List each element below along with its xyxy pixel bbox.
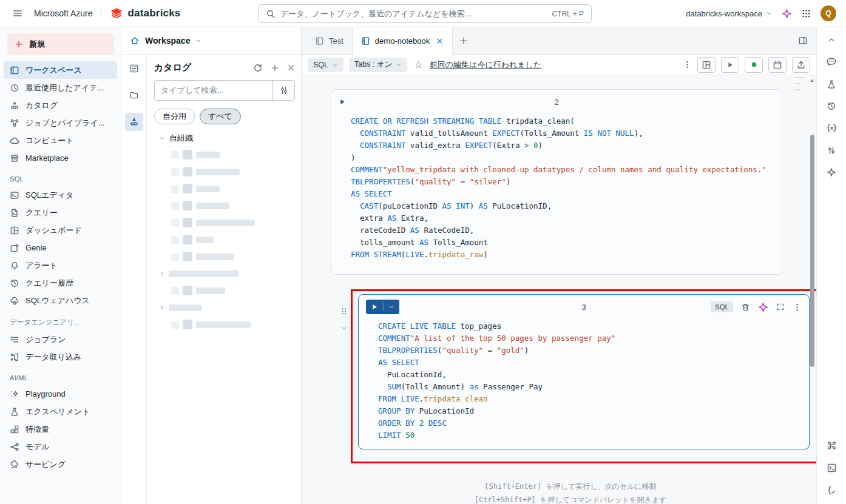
run-cell-button[interactable] (366, 300, 399, 314)
catalog-pill[interactable]: 自分用 (154, 109, 195, 124)
catalog-tree-root[interactable]: 自組織 (154, 133, 295, 144)
sidebar-item-dashboard[interactable]: ダッシュボード (4, 221, 117, 239)
drag-handle-icon[interactable] (340, 307, 348, 315)
catalog-tree-item-redacted[interactable] (154, 248, 295, 265)
sidebar-item-ingest[interactable]: データ取り込み (4, 348, 117, 366)
sidebar-item-warehouse[interactable]: SQLウェアハウス (4, 292, 117, 309)
comments-icon[interactable] (826, 56, 837, 67)
catalog-tree-item-redacted[interactable] (154, 299, 295, 316)
dashboard-icon (10, 226, 19, 235)
tabs-toggle[interactable]: Tabs : オン (349, 58, 407, 72)
catalog-tree-item-redacted[interactable] (154, 146, 295, 163)
sidebar-item-playground[interactable]: Playground (4, 385, 117, 403)
new-tab-button[interactable] (453, 27, 475, 54)
collapse-rail-icon[interactable] (827, 36, 836, 44)
run-cell-icon[interactable] (339, 98, 346, 106)
chevron-down-icon (159, 135, 165, 141)
add-icon[interactable] (271, 63, 279, 73)
notebook-cell-3[interactable]: 3 SQL CREATE LIVE TABLE top_pagesCOMMENT… (358, 294, 810, 449)
catalog-pill[interactable]: すべて (200, 109, 241, 124)
collapse-cell-icon[interactable] (340, 325, 348, 331)
sidebar-item-bell[interactable]: アラート (4, 257, 117, 274)
catalog-tree-item-redacted[interactable] (154, 316, 295, 333)
global-search[interactable]: データ、ノートブック、最近のアイテムなどを検索... CTRL + P (258, 4, 592, 23)
sidebar-item-flask[interactable]: エクスペリメント (4, 403, 117, 420)
cell-menu-icon[interactable] (793, 303, 802, 312)
sidebar-item-genie[interactable]: Genie (4, 239, 117, 257)
play-icon (371, 303, 378, 311)
variables-icon[interactable] (827, 123, 837, 133)
close-tab-icon[interactable] (436, 37, 444, 45)
code-check-icon[interactable] (827, 485, 837, 496)
schedule-button[interactable] (768, 57, 787, 73)
cluster-status-button[interactable] (745, 57, 763, 73)
catalog-tree-item-redacted[interactable] (154, 231, 295, 248)
environment-icon[interactable] (827, 146, 836, 155)
share-button[interactable] (792, 57, 810, 73)
panel-tab-details[interactable] (125, 59, 143, 78)
assistant-sparkle-icon[interactable] (758, 302, 768, 312)
sidebar-item-clock[interactable]: 最近使用したアイテ... (4, 79, 117, 96)
notebook-cell-2[interactable]: 2 CREATE OR REFRESH STREAMING TABLE trip… (331, 89, 782, 275)
cell-code-editor[interactable]: CREATE LIVE TABLE top_pagesCOMMENT"A lis… (359, 319, 809, 449)
catalog-tree-item-redacted[interactable] (154, 180, 295, 197)
catalog-title: カタログ (154, 62, 191, 73)
sidebar-item-job-runs[interactable]: ジョブラン (4, 331, 117, 348)
catalog-tree-item-redacted[interactable] (154, 214, 295, 231)
layout-panel-icon[interactable] (798, 36, 808, 45)
sidebar-item-catalog[interactable]: カタログ (4, 96, 117, 114)
catalog-tree-item-redacted[interactable] (154, 163, 295, 180)
sidebar-item-query-file[interactable]: クエリー (4, 204, 117, 221)
favorite-star-icon[interactable]: ☆ (414, 59, 422, 70)
azure-label: Microsoft Azure (34, 8, 92, 18)
run-all-button[interactable] (721, 57, 739, 73)
databricks-logo[interactable]: databricks (110, 7, 180, 20)
shortcuts-icon[interactable] (827, 440, 837, 451)
catalog-tree-item-redacted[interactable] (154, 197, 295, 214)
shell: 新規 ワークスペース最近使用したアイテ...カタログジョブとパイプライ...コン… (0, 27, 846, 504)
view-layout-button[interactable] (697, 57, 716, 73)
app-switcher-icon[interactable] (802, 9, 811, 18)
close-panel-icon[interactable] (287, 63, 295, 73)
cell-code-editor[interactable]: CREATE OR REFRESH STREAMING TABLE tripda… (331, 114, 782, 268)
catalog-tree-item-redacted[interactable] (154, 265, 295, 282)
sidebar-item-shop[interactable]: Marketplace (4, 149, 117, 167)
avatar[interactable]: Q (821, 5, 836, 21)
version-history-icon[interactable] (827, 101, 836, 111)
sidebar-item-workflow[interactable]: ジョブとパイプライ... (4, 114, 117, 132)
catalog-tree-item-redacted[interactable] (154, 282, 295, 299)
fullscreen-icon[interactable] (776, 303, 785, 311)
scrollbar-thumb[interactable] (810, 135, 814, 367)
assistant-outline-icon[interactable] (827, 167, 836, 177)
browser-header[interactable]: Workspace (121, 27, 301, 55)
terminal-icon[interactable] (827, 463, 837, 473)
language-selector[interactable]: SQL (308, 58, 343, 72)
sidebar-item-model[interactable]: モデル (4, 438, 117, 455)
catalog-search-input[interactable]: タイプして検索... (155, 81, 272, 100)
tab-test[interactable]: Test (306, 27, 352, 54)
experiments-icon[interactable] (827, 79, 836, 89)
sidebar-item-features[interactable]: 特徴量 (4, 420, 117, 438)
playground-icon (10, 389, 19, 399)
notebook-toolbar: SQL Tabs : オン ☆ 前回の編集は今に行われました (302, 55, 816, 75)
sidebar-item-serving[interactable]: サービング (4, 455, 117, 473)
filter-button[interactable] (272, 81, 294, 100)
delete-cell-icon[interactable] (741, 303, 750, 312)
refresh-icon[interactable] (253, 63, 263, 73)
sidebar-item-history[interactable]: クエリー履歴 (4, 274, 117, 292)
workspace-selector[interactable]: databricks-workspace (686, 9, 772, 18)
panel-tab-catalog[interactable] (125, 113, 143, 131)
new-button[interactable]: 新規 (7, 33, 114, 55)
hamburger-menu-icon[interactable] (10, 8, 25, 19)
sidebar-item-cloud[interactable]: コンピュート (4, 132, 117, 149)
sidebar-item-workspace[interactable]: ワークスペース (4, 61, 117, 79)
scroll-up-arrow[interactable]: ▲ (810, 78, 814, 83)
cloud-icon (10, 136, 19, 146)
last-edit-link[interactable]: 前回の編集は今に行われました (430, 59, 541, 70)
kebab-menu-icon[interactable] (683, 60, 692, 69)
panel-tab-workspace-files[interactable] (125, 86, 143, 104)
sidebar-item-sql-editor[interactable]: SQLエディタ (4, 186, 117, 204)
assistant-sparkle-icon[interactable] (782, 8, 792, 19)
tab-demo-notebook[interactable]: demo-notebook (352, 27, 453, 55)
databricks-workspace-app: Microsoft Azure databricks データ、ノートブック、最近… (0, 0, 846, 504)
